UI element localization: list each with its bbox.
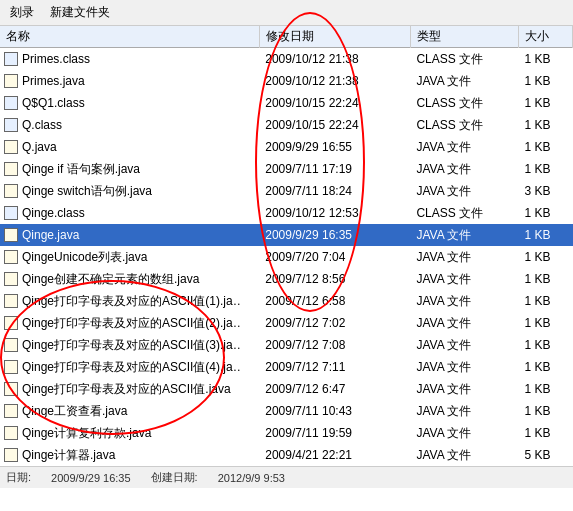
class-file-icon [4,52,18,66]
file-type: CLASS 文件 [410,114,518,136]
file-name: Qinge打印字母表及对应的ASCII值.java [22,381,231,398]
file-size: 1 KB [518,378,572,400]
file-name: Q.class [22,118,62,132]
file-size: 1 KB [518,268,572,290]
col-header-name[interactable]: 名称 [0,26,259,48]
file-type: JAVA 文件 [410,334,518,356]
file-list: 名称 修改日期 类型 大小 Primes.class2009/10/12 21:… [0,26,573,466]
file-name: Primes.class [22,52,90,66]
table-row[interactable]: Qinge打印字母表及对应的ASCII值(3).ja…2009/7/12 7:0… [0,334,573,356]
java-file-icon [4,338,18,352]
col-header-date[interactable]: 修改日期 [259,26,410,48]
file-name: Qinge计算复利存款.java [22,425,151,442]
file-list-container: 名称 修改日期 类型 大小 Primes.class2009/10/12 21:… [0,26,573,466]
table-row[interactable]: Qinge.class2009/10/12 12:53CLASS 文件1 KB [0,202,573,224]
file-type: JAVA 文件 [410,400,518,422]
file-date: 2009/7/12 7:11 [259,356,410,378]
file-name: Q.java [22,140,57,154]
table-row[interactable]: Qinge.java2009/9/29 16:35JAVA 文件1 KB [0,224,573,246]
java-file-icon [4,184,18,198]
burn-button[interactable]: 刻录 [6,3,38,22]
table-row[interactable]: Qinge计算器.java2009/4/21 22:21JAVA 文件5 KB [0,444,573,466]
toolbar: 刻录 新建文件夹 [0,0,573,26]
file-size: 1 KB [518,400,572,422]
file-size: 1 KB [518,70,572,92]
file-size: 1 KB [518,114,572,136]
file-size: 1 KB [518,158,572,180]
java-file-icon [4,426,18,440]
col-header-type[interactable]: 类型 [410,26,518,48]
file-size: 1 KB [518,136,572,158]
file-size: 5 KB [518,444,572,466]
file-date: 2009/4/21 22:21 [259,444,410,466]
file-size: 1 KB [518,290,572,312]
file-name: Primes.java [22,74,85,88]
table-row[interactable]: Qinge if 语句案例.java2009/7/11 17:19JAVA 文件… [0,158,573,180]
file-size: 3 KB [518,180,572,202]
col-header-size[interactable]: 大小 [518,26,572,48]
file-type: CLASS 文件 [410,202,518,224]
file-size: 1 KB [518,422,572,444]
file-type: JAVA 文件 [410,312,518,334]
file-size: 1 KB [518,312,572,334]
status-create-value: 2012/9/9 9:53 [218,472,285,484]
table-row[interactable]: Primes.java2009/10/12 21:38JAVA 文件1 KB [0,70,573,92]
file-date: 2009/7/12 7:02 [259,312,410,334]
file-name: Qinge计算器.java [22,447,115,464]
table-row[interactable]: Q$Q1.class2009/10/15 22:24CLASS 文件1 KB [0,92,573,114]
class-file-icon [4,206,18,220]
table-row[interactable]: Q.java2009/9/29 16:55JAVA 文件1 KB [0,136,573,158]
status-date-label: 日期: [6,470,31,485]
file-name: Qinge创建不确定元素的数组.java [22,271,199,288]
file-size: 1 KB [518,202,572,224]
file-date: 2009/7/12 8:56 [259,268,410,290]
java-file-icon [4,316,18,330]
file-type: CLASS 文件 [410,48,518,71]
file-date: 2009/7/12 6:58 [259,290,410,312]
table-row[interactable]: Qinge打印字母表及对应的ASCII值(1).ja…2009/7/12 6:5… [0,290,573,312]
file-size: 1 KB [518,92,572,114]
file-size: 1 KB [518,334,572,356]
file-type: JAVA 文件 [410,290,518,312]
file-type: JAVA 文件 [410,378,518,400]
new-folder-button[interactable]: 新建文件夹 [46,3,114,22]
file-size: 1 KB [518,48,572,71]
file-name: Qinge if 语句案例.java [22,161,140,178]
file-date: 2009/7/11 19:59 [259,422,410,444]
file-date: 2009/10/12 21:38 [259,48,410,71]
file-size: 1 KB [518,224,572,246]
file-date: 2009/7/12 7:08 [259,334,410,356]
table-row[interactable]: QingeUnicode列表.java2009/7/20 7:04JAVA 文件… [0,246,573,268]
file-name: Q$Q1.class [22,96,85,110]
file-name: Qinge.java [22,228,79,242]
file-type: JAVA 文件 [410,136,518,158]
java-file-icon [4,162,18,176]
file-date: 2009/10/15 22:24 [259,114,410,136]
file-name: Qinge switch语句例.java [22,183,152,200]
file-type: JAVA 文件 [410,356,518,378]
table-row[interactable]: Qinge switch语句例.java2009/7/11 18:24JAVA … [0,180,573,202]
java-file-icon [4,382,18,396]
table-row[interactable]: Q.class2009/10/15 22:24CLASS 文件1 KB [0,114,573,136]
status-create-label: 创建日期: [151,470,198,485]
table-row[interactable]: Qinge工资查看.java2009/7/11 10:43JAVA 文件1 KB [0,400,573,422]
file-type: JAVA 文件 [410,246,518,268]
table-row[interactable]: Qinge打印字母表及对应的ASCII值(2).ja…2009/7/12 7:0… [0,312,573,334]
file-date: 2009/9/29 16:55 [259,136,410,158]
java-file-icon [4,74,18,88]
file-type: JAVA 文件 [410,224,518,246]
java-file-icon [4,360,18,374]
class-file-icon [4,96,18,110]
table-row[interactable]: Qinge打印字母表及对应的ASCII值(4).ja…2009/7/12 7:1… [0,356,573,378]
file-type: JAVA 文件 [410,180,518,202]
table-row[interactable]: Primes.class2009/10/12 21:38CLASS 文件1 KB [0,48,573,71]
file-type: JAVA 文件 [410,422,518,444]
status-bar: 日期: 2009/9/29 16:35 创建日期: 2012/9/9 9:53 [0,466,573,488]
table-row[interactable]: Qinge打印字母表及对应的ASCII值.java2009/7/12 6:47J… [0,378,573,400]
java-file-icon [4,272,18,286]
table-row[interactable]: Qinge计算复利存款.java2009/7/11 19:59JAVA 文件1 … [0,422,573,444]
class-file-icon [4,118,18,132]
file-size: 1 KB [518,246,572,268]
java-file-icon [4,294,18,308]
table-row[interactable]: Qinge创建不确定元素的数组.java2009/7/12 8:56JAVA 文… [0,268,573,290]
